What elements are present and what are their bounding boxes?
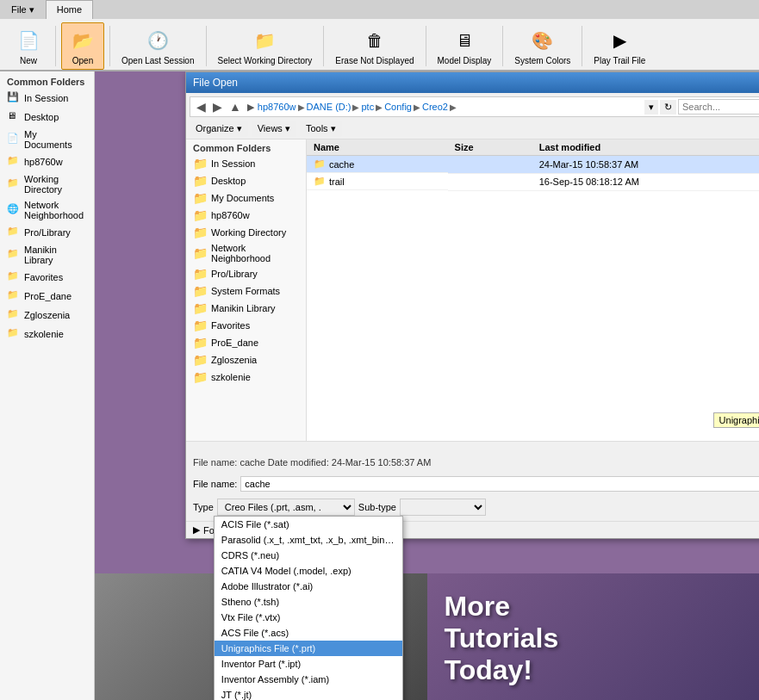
col-modified[interactable]: Last modified [532,139,759,156]
left-panel-item-pro/library[interactable]: 📁Pro/Library [186,265,306,282]
col-name[interactable]: Name [307,139,448,156]
table-row[interactable]: 📁 trail 16-Sep-15 08:18:12 AM [307,173,759,190]
sep-after-new [55,26,56,66]
dropdown-item[interactable]: Adobe Illustrator (*.ai) [215,579,402,594]
folder-icon: 📁 [7,226,21,239]
dropdown-item[interactable]: CDRS (*.neu) [215,548,402,563]
left-panel-item-szkolenie[interactable]: 📁szkolenie [186,369,306,386]
breadcrumb-sep-2: ▶ [352,102,359,112]
breadcrumb-config[interactable]: Config [384,102,412,112]
dropdown-item[interactable]: ACIS File (*.sat) [215,517,402,532]
left-panel-item-proe_dane[interactable]: 📁ProE_dane [186,334,306,351]
breadcrumb-creo2[interactable]: Creo2 [422,102,448,112]
folder-tree-arrow: ▶ [193,524,200,536]
breadcrumb-dropdown-button[interactable]: ▾ [644,100,658,115]
dropdown-item[interactable]: Parasolid (.x_t, .xmt_txt, .x_b, .xmt_bi… [215,532,402,548]
dropdown-item[interactable]: Inventor Part (*.ipt) [215,656,402,672]
sidebar: Common Folders 💾In Session🖥Desktop📄My Do… [0,71,95,700]
breadcrumb-hp8760w[interactable]: hp8760w [258,102,296,112]
breadcrumb-dane[interactable]: DANE (D:) [307,102,352,112]
dropdown-item[interactable]: Unigraphics File (*.prt) [215,641,402,656]
organize-button[interactable]: Organize ▾ [190,121,248,137]
ribbon-btn-model-display[interactable]: 🖥Model Display [432,22,498,70]
sidebar-item-my-documents[interactable]: 📄My Documents [0,127,94,152]
bg-image-right: More Tutorials Today! [427,573,760,700]
file-name-row: File name: Open [193,474,759,493]
dropdown-item[interactable]: JT (*.jt) [215,687,402,700]
file-table: Name Size Last modified 📁 cache 24-Mar-1… [307,139,759,191]
dropdown-item[interactable]: CATIA V4 Model (.model, .exp) [215,563,402,579]
nav-back-button[interactable]: ◀ [194,99,208,115]
file-modified-cell: 24-Mar-15 10:58:37 AM [532,156,759,174]
sidebar-item-zgloszenia[interactable]: 📁Zgloszenia [0,306,94,325]
left-panel-item-system-formats[interactable]: 📁System Formats [186,282,306,300]
home-tab[interactable]: Home [46,0,93,19]
type-select[interactable]: Creo Files (.prt, .asm, . [217,499,355,516]
left-panel-item-favorites[interactable]: 📁Favorites [186,317,306,334]
ribbon-btn-system-colors[interactable]: 🎨System Colors [508,22,576,70]
file-name-input[interactable] [240,476,759,492]
breadcrumb-ptc[interactable]: ptc [361,102,374,112]
dropdown-item[interactable]: Inventor Assembly (*.iam) [215,672,402,687]
left-panel-item-desktop[interactable]: 📁Desktop [186,172,306,189]
file-table-container[interactable]: Name Size Last modified 📁 cache 24-Mar-1… [307,139,759,441]
left-panel-item-my-documents[interactable]: 📁My Documents [186,189,306,207]
left-panel-item-manikin-library[interactable]: 📁Manikin Library [186,300,306,317]
left-panel-item-working-directory[interactable]: 📁Working Directory [186,224,306,241]
sidebar-item-working-directory[interactable]: 📁Working Directory [0,171,94,197]
table-row[interactable]: 📁 cache 24-Mar-15 10:58:37 AM [307,156,759,174]
sidebar-item-pro/library[interactable]: 📁Pro/Library [0,223,94,242]
refresh-button[interactable]: ↻ [660,100,676,115]
dropdown-item[interactable]: Vtx File (*.vtx) [215,610,402,625]
left-panel-item-network-neighborhood[interactable]: 📁Network Neighborhood [186,241,306,265]
ribbon-btn-open[interactable]: 📂Open [61,22,104,70]
col-size[interactable]: Size [448,139,532,156]
subtype-select[interactable] [400,499,486,516]
dropdown-item[interactable]: Stheno (*.tsh) [215,594,402,610]
ribbon-btn-select-wd[interactable]: 📁Select Working Directory [212,22,319,70]
left-panel-item-hp8760w[interactable]: 📁hp8760w [186,207,306,224]
left-panel-item-zgloszenia[interactable]: 📁Zgloszenia [186,351,306,369]
sep-after-select-wd [323,26,324,66]
sep-after-erase [426,26,426,66]
file-name-cell: trail [329,177,345,187]
sidebar-item-network-neighborhood[interactable]: 🌐Network Neighborhood [0,197,94,223]
sidebar-item-hp8760w[interactable]: 📁hp8760w [0,152,94,171]
left-panel-label: In Session [211,158,255,169]
sidebar-item-szkolenie[interactable]: 📁szkolenie [0,325,94,344]
nav-forward-button[interactable]: ▶ [210,99,225,115]
sidebar-item-desktop[interactable]: 🖥Desktop [0,108,94,127]
sidebar-item-in-session[interactable]: 💾In Session [0,89,94,108]
bg-content: More Tutorials Today! [95,573,759,700]
left-panel-label: szkolenie [211,372,251,382]
folder-icon: 📁 [7,327,21,341]
sidebar-item-manikin-library[interactable]: 📁Manikin Library [0,242,94,268]
new-label: New [20,56,37,65]
tools-button[interactable]: Tools ▾ [300,121,342,137]
sep-after-open [109,26,110,66]
folder-icon: 📁 [193,370,208,384]
breadcrumb-sep-3: ▶ [376,102,383,112]
ribbon-btn-open-last[interactable]: 🕐Open Last Session [115,22,201,70]
folder-icon: 📁 [193,267,208,281]
ribbon-btn-erase[interactable]: 🗑Erase Not Displayed [329,22,420,70]
folder-icon: 📁 [193,319,208,332]
sep-after-model-display [502,26,503,66]
breadcrumb-sep-5: ▶ [450,102,457,112]
system-colors-label: System Colors [514,56,570,65]
folder-icon: 📁 [193,353,208,367]
file-tab[interactable]: File ▾ [0,0,46,19]
sidebar-item-proe_dane[interactable]: 📁ProE_dane [0,287,94,306]
left-panel-item-in-session[interactable]: 📁In Session [186,155,306,172]
ribbon-btn-new[interactable]: 📄New [7,22,50,70]
file-info-row: File name: cache Date modified: 24-Mar-1… [186,455,759,469]
nav-up-button[interactable]: ▲ [227,99,244,115]
dropdown-item[interactable]: ACS File (*.acs) [215,625,402,641]
sep-after-system-colors [582,26,582,66]
sidebar-item-favorites[interactable]: 📁Favorites [0,268,94,287]
ribbon-btn-play-trail[interactable]: ▶Play Trail File [588,22,651,70]
tools-label: Tools ▾ [306,123,336,134]
views-button[interactable]: Views ▾ [252,121,296,137]
search-input[interactable] [678,99,759,115]
tooltip: Unigraphics File (*.prt) [713,412,759,428]
